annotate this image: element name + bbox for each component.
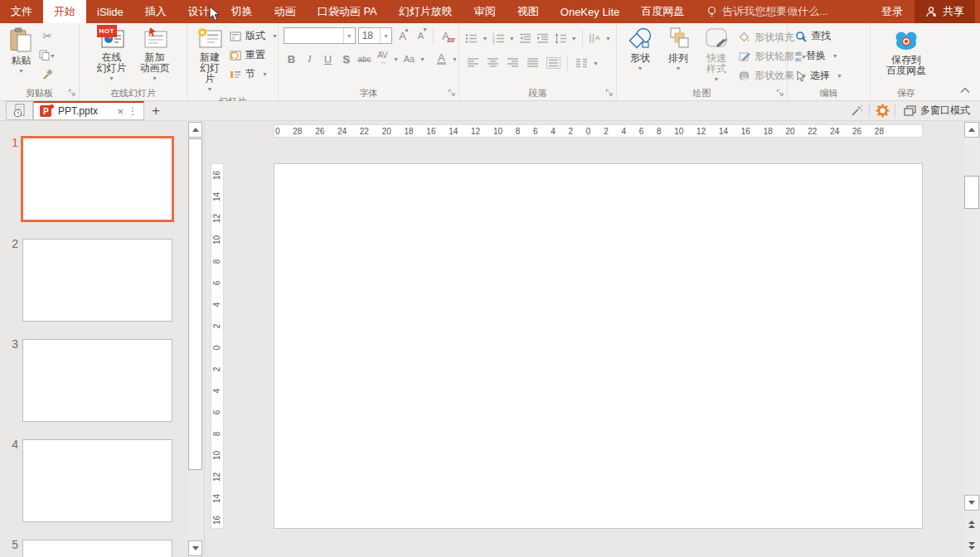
font-color-button[interactable]: A xyxy=(434,51,449,67)
reset-button[interactable]: 重置 xyxy=(227,46,280,64)
align-right-button[interactable] xyxy=(504,55,521,72)
vertical-ruler[interactable]: 1614121086420246810121416 xyxy=(211,163,224,529)
shapes-button[interactable]: 形状 ▼ xyxy=(622,26,658,86)
ribbon-group-save: 保存到 百度网盘 保存 xyxy=(871,23,942,100)
line-spacing-button[interactable] xyxy=(553,30,567,47)
clipboard-dialog-launcher[interactable] xyxy=(68,89,76,97)
font-dialog-launcher[interactable] xyxy=(448,89,456,97)
layout-button[interactable]: 版式▼ xyxy=(227,27,280,45)
select-button[interactable]: 选择▼ xyxy=(793,67,865,85)
slide-editing-canvas[interactable] xyxy=(274,163,923,529)
menu-tab-pocket-animation[interactable]: 口袋动画 PA xyxy=(307,0,388,23)
canvas-scrollbar[interactable] xyxy=(964,121,979,557)
underline-button[interactable]: U xyxy=(320,51,336,67)
save-to-baidu-pan-button[interactable]: 保存到 百度网盘 xyxy=(881,26,931,86)
multi-window-mode-button[interactable]: 多窗口模式 xyxy=(895,104,980,118)
slide-thumbnail[interactable] xyxy=(22,239,172,322)
canvas-scrollbar-thumb[interactable] xyxy=(964,176,979,209)
menu-tab-home[interactable]: 开始 xyxy=(43,0,86,23)
character-spacing-button[interactable]: AV↔ xyxy=(375,51,391,67)
copy-button[interactable]: ▼ xyxy=(37,46,57,64)
increase-indent-button[interactable] xyxy=(536,30,550,47)
menu-tab-view[interactable]: 视图 xyxy=(507,0,550,23)
double-up-icon xyxy=(968,521,975,524)
thumbnail-scrollbar[interactable] xyxy=(188,121,202,557)
columns-button[interactable] xyxy=(573,55,589,72)
numbering-button[interactable]: 123 xyxy=(491,30,505,47)
text-direction-button[interactable]: A xyxy=(588,30,602,47)
bullets-button[interactable] xyxy=(464,30,478,47)
slide-thumbnail[interactable] xyxy=(22,540,172,557)
menu-tab-file[interactable]: 文件 xyxy=(0,0,43,23)
menu-tab-animations[interactable]: 动画 xyxy=(264,0,307,23)
format-painter-button[interactable] xyxy=(37,65,57,83)
paragraph-dialog-launcher[interactable] xyxy=(605,89,614,97)
scroll-up-button[interactable] xyxy=(964,122,979,138)
font-name-combobox[interactable]: ▼ xyxy=(284,27,356,44)
dropdown-caret: ▼ xyxy=(605,36,611,42)
previous-slide-button[interactable] xyxy=(964,521,978,528)
new-animation-page-button[interactable]: 新加 动画页 ▼ xyxy=(135,26,175,86)
menu-tab-insert[interactable]: 插入 xyxy=(134,0,177,23)
person-plus-icon xyxy=(925,6,938,18)
align-left-button[interactable] xyxy=(464,55,481,72)
chevron-down-icon[interactable]: ▼ xyxy=(343,28,355,43)
slide-number: 5 xyxy=(3,538,18,551)
strikethrough-button[interactable]: abc xyxy=(357,51,372,67)
bold-button[interactable]: B xyxy=(284,51,299,67)
slide-thumbnail[interactable] xyxy=(22,339,172,422)
drawing-dialog-launcher[interactable] xyxy=(776,89,784,97)
magic-wand-button[interactable] xyxy=(844,101,869,120)
menu-tab-islide[interactable]: iSlide xyxy=(86,0,134,23)
paste-button[interactable]: 粘贴 ▼ xyxy=(5,26,37,86)
login-button[interactable]: 登录 xyxy=(870,0,915,23)
horizontal-ruler[interactable]: 0282624222018161412108642024681012141618… xyxy=(274,124,923,138)
workspace: 1 2 3 4 5 xyxy=(0,121,980,557)
replace-button[interactable]: abac替换▼ xyxy=(793,47,865,65)
font-size-combobox[interactable]: 18▼ xyxy=(358,27,392,44)
new-tab-button[interactable]: + xyxy=(144,101,167,120)
quick-styles-button[interactable]: 快速样式 ▼ xyxy=(698,26,735,86)
slide-number: 2 xyxy=(3,237,18,250)
change-case-button[interactable]: Aa xyxy=(401,51,417,67)
document-tab[interactable]: P PPT.pptx × ⋮ xyxy=(33,101,144,120)
spacing-arrows: ↔ xyxy=(380,59,386,65)
menu-tab-baidu-pan[interactable]: 百度网盘 xyxy=(630,0,695,23)
shrink-font-button[interactable]: A▼ xyxy=(413,27,429,44)
ribbon: 粘贴 ▼ ✂ ▼ 剪贴板 HOT 在线 幻灯片 ▼ 新加 动画页 ▼ xyxy=(0,23,980,101)
chevron-down-icon[interactable]: ▼ xyxy=(380,28,391,43)
scroll-down-button[interactable] xyxy=(964,495,979,511)
new-slide-button[interactable]: 新建 幻灯片 ▼ xyxy=(192,26,227,94)
italic-button[interactable]: I xyxy=(302,51,318,67)
thumbnail-scrollbar-thumb[interactable] xyxy=(188,138,202,470)
settings-gear-button[interactable] xyxy=(870,101,895,120)
thumbnail-scroll-down-button[interactable] xyxy=(188,540,202,556)
align-center-button[interactable] xyxy=(484,55,501,72)
decrease-indent-button[interactable] xyxy=(518,30,532,47)
slide-thumbnail[interactable] xyxy=(22,439,172,522)
thumbnail-scroll-up-button[interactable] xyxy=(188,122,202,138)
close-tab-icon[interactable]: × xyxy=(117,106,124,117)
tab-more-icon[interactable]: ⋮ xyxy=(128,106,138,116)
share-button[interactable]: 共享 xyxy=(915,0,975,23)
grow-font-button[interactable]: A▲ xyxy=(395,27,410,44)
clear-formatting-button[interactable]: A xyxy=(438,27,454,44)
arrange-button[interactable]: 排列 ▼ xyxy=(660,26,696,86)
collapse-ribbon-button[interactable] xyxy=(960,87,970,94)
menu-tab-slideshow[interactable]: 幻灯片放映 xyxy=(388,0,463,23)
tell-me-box[interactable]: 告诉我您想要做什么... xyxy=(698,0,837,23)
slide-thumbnail[interactable] xyxy=(21,136,174,222)
menu-tab-transitions[interactable]: 切换 xyxy=(221,0,264,23)
menu-tab-onekey-lite[interactable]: OneKey Lite xyxy=(550,0,631,23)
recent-documents-button[interactable] xyxy=(6,101,33,120)
justify-button[interactable] xyxy=(524,55,541,72)
find-button[interactable]: 查找 xyxy=(793,27,865,45)
text-shadow-button[interactable]: S xyxy=(338,51,354,67)
next-slide-button[interactable] xyxy=(964,542,978,550)
cut-button[interactable]: ✂ xyxy=(37,27,57,45)
menu-tab-review[interactable]: 审阅 xyxy=(463,0,507,23)
online-slide-button[interactable]: HOT 在线 幻灯片 ▼ xyxy=(92,26,132,86)
section-button[interactable]: 节▼ xyxy=(227,65,280,83)
distribute-button[interactable] xyxy=(544,55,562,72)
menubar: 文件 开始 iSlide 插入 设计 切换 动画 口袋动画 PA 幻灯片放映 审… xyxy=(0,0,980,23)
